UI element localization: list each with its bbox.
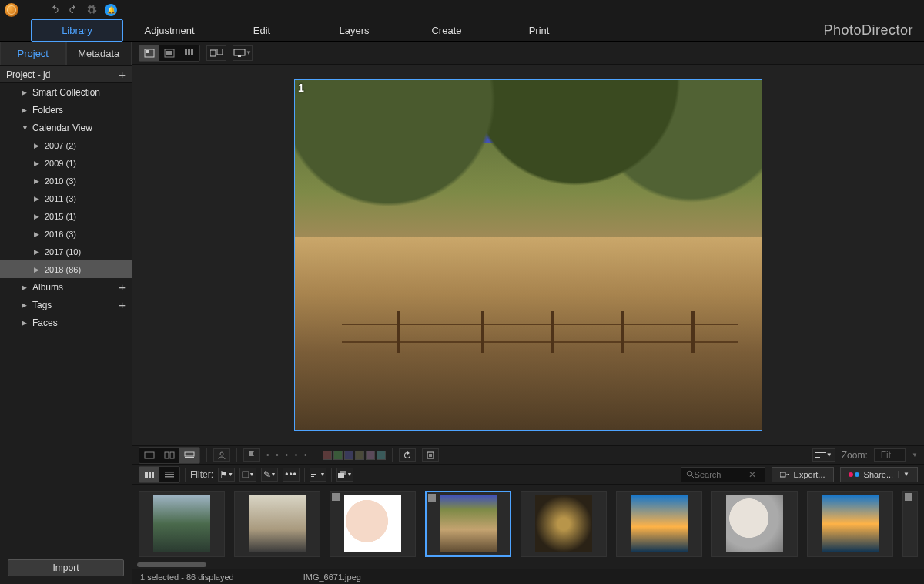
filmstrip[interactable]: [132, 484, 924, 562]
sort-icon[interactable]: ▼: [812, 448, 835, 462]
zoom-dropdown[interactable]: Fit: [874, 448, 906, 462]
tab-layers[interactable]: Layers: [308, 20, 400, 41]
thumbnail[interactable]: [521, 491, 607, 557]
view-mode-fit-icon[interactable]: [159, 45, 179, 61]
export-button[interactable]: Export...: [772, 467, 834, 482]
stack-icon[interactable]: ▼: [336, 468, 353, 482]
svg-rect-23: [815, 452, 826, 453]
calendar-year-2015[interactable]: ▶2015 (1): [0, 207, 132, 225]
thumbnail[interactable]: [234, 491, 320, 557]
svg-rect-7: [185, 52, 187, 55]
sidebar-tab-metadata[interactable]: Metadata: [66, 42, 132, 65]
chevron-down-icon: ▼: [22, 124, 28, 132]
layout-strip-icon[interactable]: [179, 448, 199, 463]
add-project-icon[interactable]: +: [119, 68, 126, 81]
rating-dots[interactable]: • • • • •: [266, 451, 310, 459]
sidebar-item-folders[interactable]: ▶Folders: [0, 101, 132, 119]
color-swatch[interactable]: [366, 451, 375, 460]
svg-rect-28: [152, 472, 154, 478]
filter-more-icon[interactable]: •••: [283, 468, 300, 482]
calendar-year-2017[interactable]: ▶2017 (10): [0, 243, 132, 260]
import-button[interactable]: Import: [8, 559, 124, 576]
compare-icon[interactable]: [206, 45, 226, 61]
chevron-right-icon: ▶: [34, 195, 40, 203]
face-tag-icon[interactable]: [213, 448, 230, 462]
brand-label: PhotoDirector: [823, 22, 913, 39]
share-button[interactable]: Share... ▼: [840, 467, 918, 482]
viewer-toolbar: ▼: [132, 42, 924, 65]
photo-viewer[interactable]: 1: [132, 65, 924, 445]
selection-status: 1 selected - 86 displayed: [140, 572, 234, 582]
gear-icon[interactable]: [86, 5, 97, 15]
display-icon[interactable]: ▼: [233, 45, 253, 61]
thumbnail-partial[interactable]: [902, 491, 918, 557]
chevron-right-icon: ▶: [34, 159, 40, 167]
svg-rect-25: [815, 457, 820, 458]
clear-search-icon[interactable]: ✕: [748, 469, 756, 480]
tab-print[interactable]: Print: [493, 20, 585, 41]
add-tag-icon[interactable]: +: [119, 298, 126, 311]
undo-icon[interactable]: [49, 5, 60, 15]
tab-create[interactable]: Create: [400, 20, 493, 41]
tab-adjustment[interactable]: Adjustment: [123, 20, 216, 41]
sidebar-item-smart-collection[interactable]: ▶Smart Collection: [0, 83, 132, 101]
calendar-year-2018[interactable]: ▶2018 (86): [0, 260, 132, 278]
filter-label-icon[interactable]: ▼: [239, 468, 256, 482]
svg-line-39: [691, 475, 694, 478]
menubar: Library Adjustment Edit Layers Create Pr…: [0, 20, 924, 42]
tab-library[interactable]: Library: [31, 19, 123, 42]
thumbnail[interactable]: [807, 491, 893, 557]
sort-order-icon[interactable]: ▼: [310, 468, 326, 482]
sidebar-item-calendar-view[interactable]: ▼Calendar View: [0, 119, 132, 136]
add-album-icon[interactable]: +: [119, 280, 126, 294]
color-swatch[interactable]: [355, 451, 364, 460]
search-box[interactable]: ✕: [681, 467, 765, 482]
project-name-row[interactable]: Project - jd +: [0, 65, 132, 83]
filter-edit-icon[interactable]: ✎▼: [261, 468, 278, 482]
svg-rect-24: [815, 455, 823, 455]
search-input[interactable]: [695, 470, 748, 479]
svg-rect-15: [165, 452, 169, 458]
thumbnail[interactable]: [616, 491, 702, 557]
color-swatch[interactable]: [323, 451, 332, 460]
svg-rect-16: [170, 452, 174, 458]
calendar-year-2010[interactable]: ▶2010 (3): [0, 172, 132, 190]
rotate-icon[interactable]: [399, 448, 416, 462]
calendar-year-2011[interactable]: ▶2011 (3): [0, 190, 132, 207]
sidebar-item-tags[interactable]: ▶Tags+: [0, 296, 132, 314]
thumbnail[interactable]: [139, 491, 225, 557]
sidebar-item-albums[interactable]: ▶Albums+: [0, 278, 132, 296]
calendar-year-2007[interactable]: ▶2007 (2): [0, 136, 132, 154]
redo-icon[interactable]: [68, 5, 79, 15]
calendar-year-2016[interactable]: ▶2016 (3): [0, 225, 132, 243]
view-mode-single-icon[interactable]: [139, 45, 159, 61]
thumb-size-list-icon[interactable]: [159, 467, 179, 482]
crop-icon[interactable]: [422, 448, 439, 462]
svg-point-38: [687, 471, 691, 475]
chevron-right-icon: ▶: [34, 230, 40, 238]
sidebar-item-faces[interactable]: ▶Faces: [0, 314, 132, 331]
thumb-size-large-icon[interactable]: [139, 467, 159, 482]
main-photo[interactable]: 1: [294, 79, 762, 431]
thumbnail[interactable]: [330, 491, 416, 557]
layout-single-icon[interactable]: [139, 448, 159, 463]
view-mode-grid-icon[interactable]: [179, 45, 199, 61]
notification-icon[interactable]: 🔔: [105, 4, 117, 16]
color-labels[interactable]: [323, 451, 386, 460]
view-options-row: • • • • • ▼ Zoom: Fit ▼: [132, 445, 924, 464]
sidebar-tab-project[interactable]: Project: [0, 42, 66, 65]
filter-flag-icon[interactable]: ⚑▼: [218, 468, 235, 482]
color-swatch[interactable]: [333, 451, 343, 460]
svg-rect-18: [185, 457, 194, 458]
flag-icon[interactable]: [243, 448, 260, 462]
tab-edit[interactable]: Edit: [216, 20, 308, 41]
filter-row: Filter: ⚑▼ ▼ ✎▼ ••• ▼ ▼ ✕ Exp: [132, 464, 924, 484]
thumbnail[interactable]: [425, 491, 511, 557]
layout-split-icon[interactable]: [159, 448, 179, 463]
color-swatch[interactable]: [377, 451, 386, 460]
thumbnail[interactable]: [711, 491, 798, 557]
svg-rect-10: [210, 50, 216, 56]
calendar-year-2009[interactable]: ▶2009 (1): [0, 154, 132, 172]
color-swatch[interactable]: [344, 451, 353, 460]
filmstrip-scrollbar[interactable]: [137, 562, 206, 567]
